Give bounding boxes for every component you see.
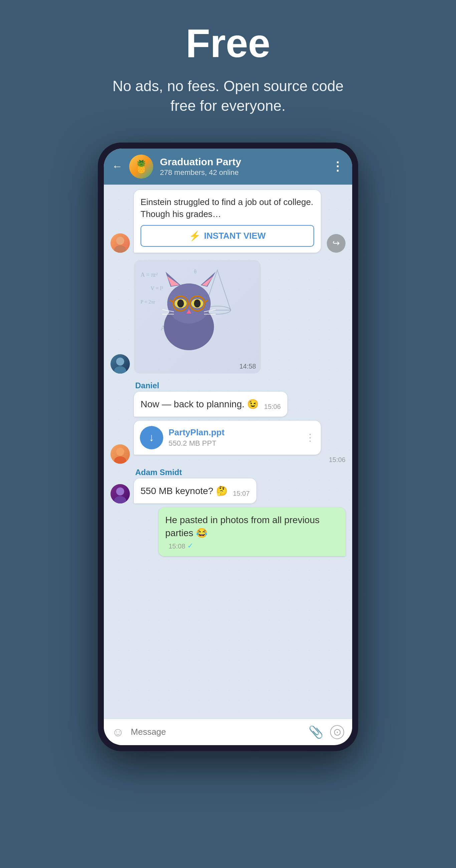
instant-view-button[interactable]: ⚡ INSTANT VIEW	[141, 225, 314, 247]
adam-text-row: 550 MB keynote? 🤔 15:07	[141, 485, 250, 497]
svg-text:P = 2πr: P = 2πr	[141, 299, 155, 305]
attach-button[interactable]: 📎	[308, 725, 324, 739]
file-message-wrap: ↓ PartyPlan.ppt 550.2 MB PPT ⋮ 15:06	[111, 421, 345, 464]
svg-text:θ: θ	[194, 269, 196, 274]
group-avatar: 🍍	[129, 155, 153, 179]
group-name: Graduation Party	[160, 156, 325, 167]
sticker-timestamp: 14:58	[239, 363, 256, 370]
daniel-text: Now — back to planning. 😉	[141, 398, 259, 411]
daniel-time: 15:06	[264, 403, 281, 411]
own-bubble: He pasted in photos from all previous pa…	[158, 507, 345, 556]
sticker-image: A = πr² θ V = l³ P = 2πr s = √(r²+h²) A …	[134, 260, 261, 374]
daniel-sender: Daniel	[134, 381, 287, 390]
svg-marker-17	[202, 276, 213, 286]
avatar-man1	[111, 354, 130, 374]
adam-message-wrap: Adam Smidt 550 MB keynote? 🤔 15:07	[111, 468, 345, 503]
svg-point-35	[114, 496, 126, 503]
article-bubble: Einstein struggled to find a job out of …	[134, 190, 321, 253]
svg-point-33	[114, 456, 126, 464]
own-time: 15:08	[169, 542, 185, 550]
svg-point-3	[114, 366, 126, 374]
own-message-wrap: He pasted in photos from all previous pa…	[111, 507, 345, 556]
read-checkmark: ✓	[187, 541, 193, 550]
svg-point-0	[116, 237, 124, 245]
file-message: ↓ PartyPlan.ppt 550.2 MB PPT ⋮ 15:06	[134, 421, 345, 464]
input-bar: ☺ 📎 ⊙	[104, 719, 352, 745]
sticker-message: A = πr² θ V = l³ P = 2πr s = √(r²+h²) A …	[111, 257, 345, 377]
chat-body: Einstein struggled to find a job out of …	[104, 185, 352, 719]
group-avatar-emoji: 🍍	[134, 160, 149, 174]
svg-point-32	[116, 448, 124, 456]
camera-button[interactable]: ⊙	[330, 725, 344, 739]
group-members: 278 members, 42 online	[160, 168, 325, 177]
article-message: Einstein struggled to find a job out of …	[111, 190, 345, 253]
file-meta: 550.2 MB PPT	[169, 439, 300, 448]
file-name: PartyPlan.ppt	[169, 427, 300, 438]
lightning-icon: ⚡	[189, 230, 201, 241]
file-time-row: 15:06	[134, 456, 345, 464]
emoji-button[interactable]: ☺	[112, 725, 124, 739]
hero-subtitle: No ads, no fees. Open source code free f…	[111, 76, 345, 116]
svg-point-1	[114, 245, 126, 253]
daniel-message: Daniel Now — back to planning. 😉 15:06	[134, 381, 287, 416]
file-bubble: ↓ PartyPlan.ppt 550.2 MB PPT ⋮	[134, 421, 321, 455]
group-info: Graduation Party 278 members, 42 online	[160, 156, 325, 177]
adam-bubble: 550 MB keynote? 🤔 15:07	[134, 478, 256, 503]
adam-message: Adam Smidt 550 MB keynote? 🤔 15:07	[134, 468, 256, 503]
forward-button[interactable]: ↪	[327, 234, 345, 253]
instant-view-label: INSTANT VIEW	[204, 231, 265, 241]
file-time: 15:06	[329, 456, 345, 464]
daniel-message-wrap: Daniel Now — back to planning. 😉 15:06	[111, 381, 345, 416]
adam-time: 15:07	[233, 490, 250, 497]
daniel-text-row: Now — back to planning. 😉 15:06	[141, 398, 281, 411]
forward-icon: ↪	[333, 238, 340, 248]
adam-sender: Adam Smidt	[134, 468, 256, 477]
svg-text:V = l³: V = l³	[151, 285, 163, 291]
hero-title: Free	[186, 20, 270, 66]
own-text-row: He pasted in photos from all previous pa…	[165, 514, 339, 550]
adam-text: 550 MB keynote? 🤔	[141, 485, 228, 497]
header-menu-button[interactable]: ⋮	[332, 160, 344, 174]
download-button[interactable]: ↓	[140, 426, 163, 450]
svg-point-34	[116, 488, 124, 495]
phone-screen: ← 🍍 Graduation Party 278 members, 42 onl…	[104, 149, 352, 745]
avatar-spacer	[111, 397, 130, 416]
avatar-man3	[111, 484, 130, 503]
phone-shell: ← 🍍 Graduation Party 278 members, 42 onl…	[98, 143, 358, 751]
file-menu-button[interactable]: ⋮	[305, 432, 315, 443]
back-button[interactable]: ←	[112, 160, 123, 173]
daniel-bubble: Now — back to planning. 😉 15:06	[134, 392, 287, 416]
own-text: He pasted in photos from all previous pa…	[165, 514, 339, 539]
article-preview-text: Einstein struggled to find a job out of …	[141, 196, 314, 220]
chat-header: ← 🍍 Graduation Party 278 members, 42 onl…	[104, 149, 352, 185]
avatar-man2	[111, 444, 130, 464]
svg-point-21	[194, 300, 201, 307]
message-input[interactable]	[131, 727, 302, 737]
avatar-woman	[111, 234, 130, 253]
svg-point-2	[116, 358, 124, 366]
svg-point-20	[177, 300, 184, 307]
file-info: PartyPlan.ppt 550.2 MB PPT	[169, 427, 300, 448]
svg-text:A = πr²: A = πr²	[141, 271, 158, 278]
